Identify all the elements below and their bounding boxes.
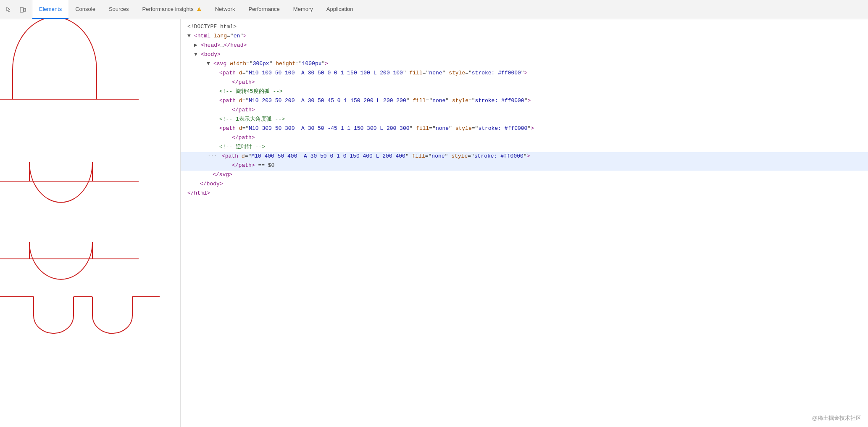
main-content: <!DOCTYPE html> ▼ <html lang="en" > ▶ <h… <box>0 19 868 427</box>
code-line-path2-close: </path> <box>181 106 868 115</box>
watermark: @稀土掘金技术社区 <box>812 414 861 422</box>
tab-network[interactable]: Network <box>208 0 242 19</box>
code-line-path3-open: <path d="M10 300 50 300 A 30 50 -45 1 1 … <box>181 124 868 134</box>
code-line-path4-close[interactable]: </path> == $0 <box>181 161 868 171</box>
warning-icon: ! <box>197 7 202 12</box>
tab-elements[interactable]: Elements <box>32 0 68 19</box>
code-line-path4-open[interactable]: ··· <path d="M10 400 50 400 A 30 50 0 1 … <box>181 152 868 161</box>
triangle-html[interactable]: ▼ <box>187 32 193 41</box>
code-line-comment1: <!-- 旋转45度的弧 --> <box>181 87 868 97</box>
triangle-svg[interactable]: ▼ <box>207 60 213 69</box>
code-line-svg-close: </svg> <box>181 171 868 180</box>
tab-sources[interactable]: Sources <box>102 0 136 19</box>
svg-text:!: ! <box>199 8 200 11</box>
code-line-path2-open: <path d="M10 200 50 200 A 30 50 45 0 1 1… <box>181 97 868 106</box>
code-line-html-open: ▼ <html lang="en" > <box>181 32 868 41</box>
code-line-html-close: </html> <box>181 189 868 198</box>
shape4 <box>0 297 160 333</box>
tab-bar: Elements Console Sources Performance ins… <box>32 0 360 19</box>
code-line-comment2: <!-- 1表示大角度弧 --> <box>181 115 868 124</box>
code-line-svg-open: ▼ <svg width="300px" height="1000px" > <box>181 60 868 69</box>
tab-console[interactable]: Console <box>68 0 102 19</box>
shape1 <box>0 19 139 99</box>
code-line-path1-open: <path d="M10 100 50 100 A 30 50 0 0 1 15… <box>181 69 868 78</box>
preview-pane <box>0 19 181 427</box>
cursor-icon[interactable] <box>3 4 15 16</box>
tab-memory[interactable]: Memory <box>287 0 320 19</box>
code-line-body-close: </body> <box>181 180 868 189</box>
code-line-body-open: ▼ <body> <box>181 50 868 60</box>
tab-application[interactable]: Application <box>320 0 360 19</box>
svg-rect-0 <box>20 8 24 12</box>
code-line-path1-close: </path> <box>181 78 868 87</box>
tab-performance[interactable]: Performance <box>242 0 286 19</box>
triangle-head[interactable]: ▶ <box>194 41 200 50</box>
code-line-doctype: <!DOCTYPE html> <box>181 23 868 32</box>
device-toolbar-icon[interactable] <box>17 4 29 16</box>
svg-rect-1 <box>24 8 26 11</box>
devtools-panel[interactable]: <!DOCTYPE html> ▼ <html lang="en" > ▶ <h… <box>181 19 868 427</box>
code-line-path3-close: </path> <box>181 134 868 143</box>
ellipsis-icon[interactable]: ··· <box>208 152 215 160</box>
code-line-head-collapsed[interactable]: ▶ <head>…</head> <box>181 41 868 50</box>
preview-svg <box>0 19 181 356</box>
devtools-toolbar: Elements Console Sources Performance ins… <box>0 0 868 19</box>
triangle-body[interactable]: ▼ <box>194 50 200 59</box>
code-line-comment3: <!-- 逆时针 --> <box>181 143 868 152</box>
toolbar-icon-group <box>0 0 32 19</box>
shape3 <box>0 242 139 279</box>
shape2 <box>0 162 139 202</box>
tab-performance-insights[interactable]: Performance insights ! <box>136 0 208 19</box>
